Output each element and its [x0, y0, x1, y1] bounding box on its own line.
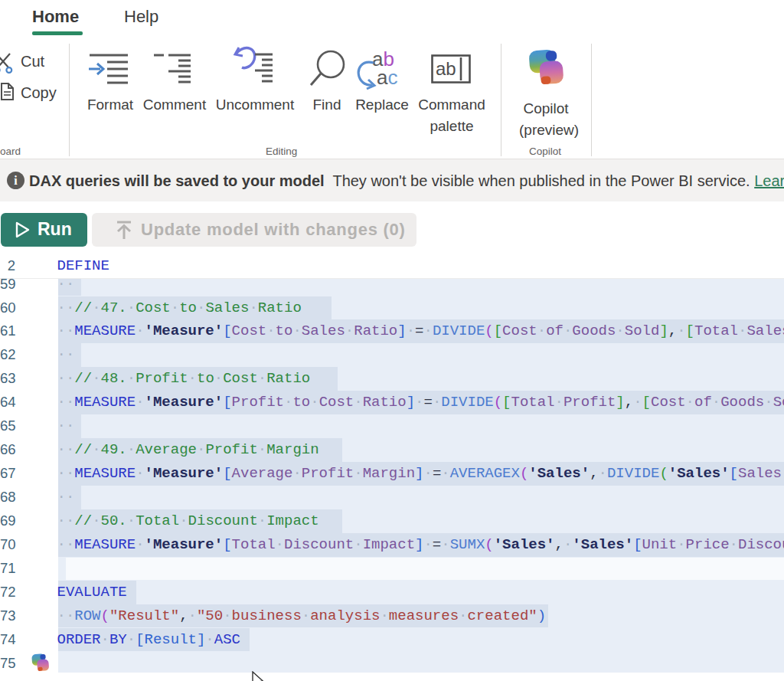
svg-text:ab: ab — [436, 58, 456, 79]
